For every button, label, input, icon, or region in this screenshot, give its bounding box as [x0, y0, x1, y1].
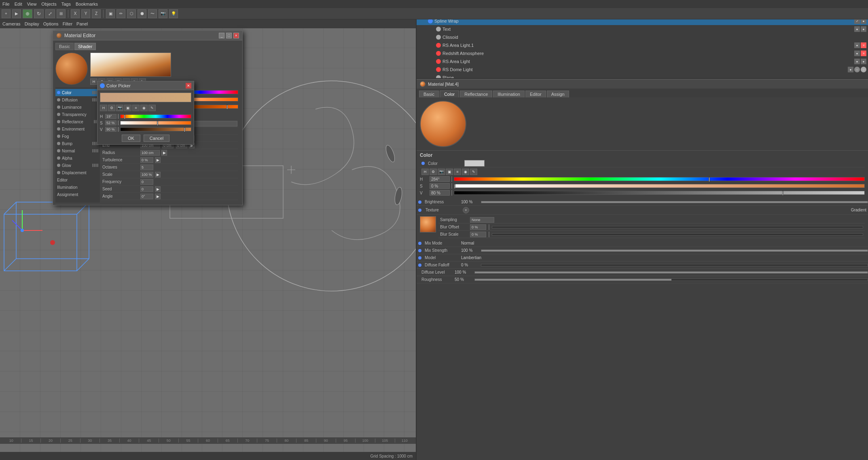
turbulence-field[interactable]: 0 %: [140, 157, 153, 163]
radius-field[interactable]: 100 cm: [140, 150, 160, 156]
cp-tool-5[interactable]: ≡: [132, 105, 140, 111]
blur-scale-value[interactable]: 0 %: [470, 232, 486, 237]
scale-field[interactable]: 100 %: [140, 172, 153, 177]
me-sidebar-fog[interactable]: Fog: [55, 133, 100, 140]
vis-icon[interactable]: ●: [854, 26, 860, 32]
me-sidebar-normal[interactable]: Normal: [55, 147, 100, 154]
cp-cancel-btn[interactable]: Cancel: [144, 135, 169, 142]
subdiv-btn[interactable]: ⬡: [127, 9, 136, 18]
h-value-field[interactable]: 284°: [430, 176, 450, 182]
win-minimize-btn[interactable]: _: [219, 33, 224, 38]
cp-ok-btn[interactable]: OK: [122, 135, 140, 142]
color-tool-6[interactable]: ◉: [462, 169, 469, 175]
cp-v-field[interactable]: 90 %: [105, 127, 116, 132]
del-icon[interactable]: ✕: [861, 42, 866, 48]
mat-editor-titlebar[interactable]: Material Editor _ □ ✕: [53, 31, 242, 40]
mix-strength-track[interactable]: [481, 249, 868, 252]
seed-btn[interactable]: ▶: [155, 186, 161, 192]
cp-s-track[interactable]: [120, 121, 191, 125]
tree-item-clissoid[interactable]: Clissoid: [417, 33, 868, 41]
cp-tool-4[interactable]: ▣: [124, 105, 131, 111]
options-menu[interactable]: Options: [43, 21, 59, 26]
camera-btn[interactable]: 📷: [159, 9, 167, 18]
diffuse-falloff-track[interactable]: [481, 264, 868, 266]
brightness-track[interactable]: [481, 201, 868, 203]
angle-field[interactable]: 0°: [140, 194, 153, 199]
cp-v-track[interactable]: [120, 127, 191, 131]
scale-btn[interactable]: ▶: [155, 172, 161, 177]
cp-h-field[interactable]: 19°: [105, 114, 116, 119]
tab-editor[interactable]: Editor: [525, 91, 546, 97]
me-sidebar-color[interactable]: Color: [55, 89, 100, 96]
vis-icon[interactable]: ●: [848, 67, 853, 72]
menu-objects[interactable]: Objects: [41, 2, 56, 6]
seed-field[interactable]: 0: [140, 186, 153, 192]
menu-bookmarks[interactable]: Bookmarks: [76, 2, 98, 6]
vis-icon[interactable]: ●: [854, 42, 860, 48]
y-axis-btn[interactable]: Y: [81, 9, 90, 18]
me-sidebar-alpha[interactable]: Alpha: [55, 154, 100, 162]
blur-offset-track[interactable]: [492, 226, 863, 228]
s-value-field[interactable]: 0 %: [430, 183, 450, 189]
cp-close-btn[interactable]: ✕: [186, 83, 191, 89]
cp-tool-2[interactable]: ⚙: [108, 105, 115, 111]
spline-btn[interactable]: 〜: [148, 9, 157, 18]
diffuse-level-track[interactable]: [474, 271, 868, 274]
rotate-tool-btn[interactable]: ↻: [34, 9, 44, 18]
menu-tags[interactable]: Tags: [61, 2, 71, 6]
turbulence-btn[interactable]: ▶: [155, 157, 161, 163]
panel-menu[interactable]: Panel: [76, 21, 88, 26]
me-sidebar-reflectance[interactable]: Reflectance: [55, 118, 100, 125]
light-btn[interactable]: 💡: [169, 9, 178, 18]
color-tool-7[interactable]: ✎: [470, 169, 477, 175]
deform-btn[interactable]: ⬢: [138, 9, 146, 18]
blur-scale-track[interactable]: [492, 233, 863, 236]
me-sidebar-luminance[interactable]: Luminance: [55, 103, 100, 111]
me-tab-shader[interactable]: Shader: [74, 43, 96, 50]
texture-swatch[interactable]: [420, 216, 436, 232]
cube-btn[interactable]: ▣: [106, 9, 115, 18]
del-icon2[interactable]: ✕: [861, 51, 866, 56]
vis-icon[interactable]: ●: [854, 59, 860, 64]
roughness-track[interactable]: [474, 279, 868, 281]
tree-item-domelight[interactable]: RS Dome Light ● ○ ○: [417, 65, 868, 74]
color-tool-4[interactable]: ▣: [446, 169, 453, 175]
color-tool-2[interactable]: ⚙: [430, 169, 437, 175]
filter-menu[interactable]: Filter: [63, 21, 72, 26]
rp-scroll[interactable]: Color Color H ⚙ 📷 ▣ ≡ ◉ ✎: [417, 150, 868, 460]
color-swatch[interactable]: [464, 160, 485, 167]
win-maximize-btn[interactable]: □: [226, 33, 232, 38]
tree-item-rslight1[interactable]: RS Area Light.1 ● ✕: [417, 41, 868, 49]
win-close-btn[interactable]: ✕: [233, 33, 239, 38]
cp-titlebar[interactable]: Color Picker ✕: [97, 81, 194, 90]
cp-tool-7[interactable]: ✎: [148, 105, 156, 111]
me-sidebar-assignment[interactable]: Assignment: [55, 191, 100, 198]
sampling-dropdown[interactable]: None: [470, 217, 494, 223]
pen-btn[interactable]: ✏: [116, 9, 125, 18]
tab-reflectance[interactable]: Reflectance: [460, 91, 492, 97]
scale-tool-btn[interactable]: ⤢: [45, 9, 55, 18]
me-tool-1[interactable]: H: [90, 78, 97, 85]
me-sidebar-diffusion[interactable]: Diffusion: [55, 96, 100, 103]
me-sidebar-environment[interactable]: Environment: [55, 125, 100, 133]
octaves-field[interactable]: 5: [140, 165, 153, 170]
tree-item-atmosphere[interactable]: Redshift Atmosphere ● ✕: [417, 49, 868, 57]
menu-view[interactable]: View: [27, 2, 37, 6]
tab-assign[interactable]: Assign: [547, 91, 569, 97]
v-value-field[interactable]: 80 %: [430, 190, 450, 196]
color-tool-3[interactable]: 📷: [438, 169, 445, 175]
tab-basic[interactable]: Basic: [419, 91, 439, 97]
color-tool-5[interactable]: ≡: [454, 169, 461, 175]
me-sidebar-displacement[interactable]: Displacement: [55, 169, 100, 176]
angle-btn[interactable]: ▶: [155, 194, 161, 199]
h-hue-track[interactable]: [454, 177, 865, 181]
texture-add-btn[interactable]: +: [463, 207, 469, 213]
menu-file[interactable]: File: [2, 2, 10, 6]
x-axis-btn[interactable]: X: [71, 9, 80, 18]
color-tool-1[interactable]: H: [421, 169, 429, 175]
cp-tool-6[interactable]: ◉: [140, 105, 148, 111]
freq-field[interactable]: 0: [140, 179, 153, 185]
play-btn[interactable]: ▶: [12, 9, 21, 18]
tab-color[interactable]: Color: [440, 91, 459, 97]
tree-item-rslight[interactable]: RS Area Light ● ●: [417, 57, 868, 65]
